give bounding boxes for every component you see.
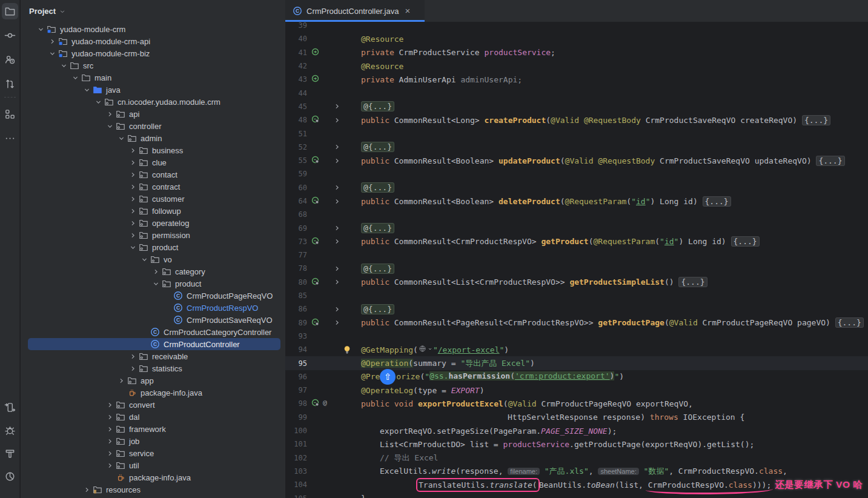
code-line-44[interactable]: 44 <box>285 86 868 99</box>
chevron-right-icon[interactable] <box>105 460 114 470</box>
code-line-100[interactable]: 100exportReqVO.setPageSize(PageParam.PAG… <box>285 424 868 437</box>
fold-chevron-icon[interactable] <box>332 224 342 232</box>
tree-item-convert[interactable]: convert <box>21 399 285 411</box>
chevron-right-icon[interactable] <box>128 230 137 240</box>
code-line-80[interactable]: 80public CommonResult<List<CrmProductRes… <box>285 276 868 289</box>
fold-chevron-icon[interactable] <box>332 319 342 327</box>
tree-item-api[interactable]: api <box>21 108 285 120</box>
tree-item-crmproductcontroller[interactable]: CCrmProductController <box>21 338 285 350</box>
tree-item-service[interactable]: service <box>21 447 285 459</box>
chevron-down-icon[interactable] <box>151 279 161 288</box>
chevron-right-icon[interactable] <box>128 170 137 179</box>
code-line-85[interactable]: 85 <box>285 289 868 302</box>
chevron-right-icon[interactable] <box>128 218 137 228</box>
code-line-69[interactable]: 69@{...} <box>285 221 868 234</box>
tree-item-business[interactable]: business <box>21 144 285 156</box>
tree-item-cn-iocoder-yudao-module-crm[interactable]: cn.iocoder.yudao.module.crm <box>21 96 285 108</box>
code-line-103[interactable]: 103ExcelUtils.write(response, filename: … <box>285 465 868 478</box>
annotation-at-icon[interactable]: @ <box>320 398 330 409</box>
tree-item-src[interactable]: src <box>21 59 285 71</box>
fold-chevron-icon[interactable] <box>332 198 342 205</box>
fold-chevron-icon[interactable] <box>332 305 342 313</box>
users-help-icon[interactable] <box>2 51 18 68</box>
tree-item-receivable[interactable]: receivable <box>21 350 285 362</box>
chevron-down-icon[interactable] <box>36 24 45 34</box>
chevron-right-icon[interactable] <box>151 267 161 276</box>
chevron-right-icon[interactable] <box>105 109 114 119</box>
spring-endpoint-icon[interactable] <box>311 115 320 125</box>
chevron-right-icon[interactable] <box>128 158 137 167</box>
fold-chevron-icon[interactable] <box>332 237 342 245</box>
tree-item-crmproductpagereqvo[interactable]: CCrmProductPageReqVO <box>21 290 285 302</box>
code-line-64[interactable]: 64public CommonResult<Boolean> deletePro… <box>285 194 868 208</box>
tree-item-java[interactable]: java <box>21 84 285 96</box>
code-editor[interactable]: 3940@Resource41private CrmProductService… <box>285 22 868 498</box>
code-line-96[interactable]: 96@Pre⇧orize("@ss.hasPermission('crm:pro… <box>285 370 868 383</box>
code-line-41[interactable]: 41private CrmProductService productServi… <box>285 46 868 59</box>
tree-item-yudao-module-crm-api[interactable]: yudao-module-crm-api <box>21 35 285 47</box>
code-line-104[interactable]: 104TranslateUtils.translate(BeanUtils.to… <box>285 478 868 491</box>
code-line-52[interactable]: 52@{...} <box>285 141 868 154</box>
tree-item-operatelog[interactable]: operatelog <box>21 217 285 229</box>
tree-item-framework[interactable]: framework <box>21 423 285 435</box>
tree-item-customer[interactable]: customer <box>21 193 285 205</box>
tree-item-yudao-module-crm-biz[interactable]: yudao-module-crm-biz <box>21 47 285 59</box>
tree-item-yudao-module-crm[interactable]: yudao-module-crm <box>21 23 285 35</box>
fold-chevron-icon[interactable] <box>332 116 342 124</box>
profiler-icon[interactable] <box>2 468 18 485</box>
tree-item-contract[interactable]: contract <box>21 181 285 193</box>
services-icon[interactable] <box>2 399 18 416</box>
fold-chevron-icon[interactable] <box>332 265 342 273</box>
tree-item-clue[interactable]: clue <box>21 156 285 168</box>
code-line-105[interactable]: 105} <box>285 491 868 498</box>
chevron-down-icon[interactable] <box>105 121 114 131</box>
build-icon[interactable] <box>2 445 18 462</box>
tree-item-main[interactable]: main <box>21 71 285 84</box>
chevron-right-icon[interactable] <box>128 351 137 361</box>
commit-icon[interactable] <box>2 27 18 44</box>
chevron-right-icon[interactable] <box>105 436 114 446</box>
chevron-right-icon[interactable] <box>82 485 91 494</box>
debug-icon[interactable] <box>2 422 18 439</box>
tree-item-permission[interactable]: permission <box>21 229 285 241</box>
chevron-right-icon[interactable] <box>128 145 137 155</box>
code-line-99[interactable]: 99HttpServletResponse response) throws I… <box>285 411 868 424</box>
code-line-60[interactable]: 60@{...} <box>285 181 868 194</box>
code-line-86[interactable]: 86@{...} <box>285 302 868 316</box>
tree-item-dal[interactable]: dal <box>21 411 285 423</box>
code-line-59[interactable]: 59 <box>285 167 868 181</box>
structure-icon[interactable] <box>2 106 18 122</box>
tree-item-product[interactable]: product <box>21 277 285 290</box>
chevron-right-icon[interactable] <box>105 412 114 422</box>
code-line-78[interactable]: 78@{...} <box>285 262 868 275</box>
intention-bulb-icon[interactable] <box>342 345 352 354</box>
code-line-73[interactable]: 73public CommonResult<CrmProductRespVO> … <box>285 235 868 248</box>
chevron-right-icon[interactable] <box>128 364 137 373</box>
fold-chevron-icon[interactable] <box>332 102 342 110</box>
code-line-42[interactable]: 42@Resource <box>285 59 868 73</box>
tree-item-resources[interactable]: resources <box>21 483 285 496</box>
chevron-right-icon[interactable] <box>128 182 137 191</box>
code-line-43[interactable]: 43private AdminUserApi adminUserApi; <box>285 73 868 86</box>
chevron-down-icon[interactable] <box>93 97 103 107</box>
spring-endpoint-icon[interactable] <box>311 155 320 166</box>
chevron-down-icon[interactable] <box>70 73 80 82</box>
chevron-right-icon[interactable] <box>128 194 137 204</box>
tree-item-package-info-java[interactable]: package-info.java <box>21 387 285 399</box>
spring-endpoint-icon[interactable] <box>311 196 320 207</box>
chevron-right-icon[interactable] <box>105 400 114 410</box>
tree-item-controller[interactable]: controller <box>21 120 285 132</box>
more-icon[interactable] <box>2 130 18 147</box>
code-line-77[interactable]: 77 <box>285 248 868 262</box>
http-endpoint-globe-icon[interactable] <box>418 345 433 353</box>
code-line-40[interactable]: 40@Resource <box>285 32 868 45</box>
tree-item-crmproductsavereqvo[interactable]: CCrmProductSaveReqVO <box>21 314 285 326</box>
spring-bean-icon[interactable] <box>311 47 320 58</box>
chevron-down-icon[interactable] <box>128 242 137 252</box>
tree-item-product[interactable]: product <box>21 241 285 253</box>
tree-item-followup[interactable]: followup <box>21 205 285 217</box>
chevron-down-icon[interactable] <box>59 61 68 70</box>
tree-item-category[interactable]: category <box>21 265 285 277</box>
code-line-39[interactable]: 39 <box>285 22 868 32</box>
code-line-98[interactable]: 98@public void exportProductExcel(@Valid… <box>285 397 868 410</box>
